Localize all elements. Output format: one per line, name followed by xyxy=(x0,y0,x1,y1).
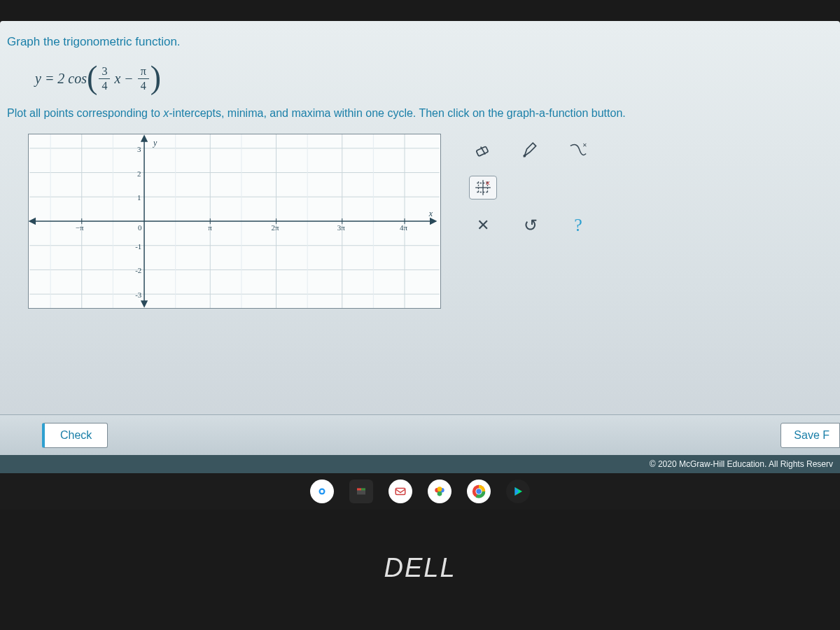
svg-point-60 xyxy=(438,486,442,491)
svg-text:2π: 2π xyxy=(272,223,279,232)
fraction-1: 3 4 xyxy=(99,66,110,92)
work-area: y x 3 2 1 -1 -2 -3 −π 0 π 2π 3π 4π xyxy=(0,134,840,309)
x-axis-label: x xyxy=(428,209,433,218)
copyright-text: © 2020 McGraw-Hill Education. All Rights… xyxy=(650,459,833,469)
equation-display: y = 2 cos ( 3 4 x − π 4 ) xyxy=(0,56,840,104)
svg-rect-55 xyxy=(361,489,365,491)
tool-palette: ✕ ✕ ✕ xyxy=(469,134,592,309)
files-app-icon[interactable] xyxy=(349,479,373,503)
open-paren: ( xyxy=(87,68,97,88)
svg-text:3π: 3π xyxy=(337,223,345,232)
svg-point-42 xyxy=(524,155,525,157)
os-taskbar xyxy=(0,473,840,510)
tool-row-3: ✕ ↺ ? xyxy=(469,214,592,237)
equation-mid: x − xyxy=(114,71,133,87)
laptop-brand-label: DELL xyxy=(0,553,840,583)
svg-text:−π: −π xyxy=(76,223,84,232)
y-axis-label: y xyxy=(153,138,158,148)
camera-app-icon[interactable] xyxy=(310,479,334,503)
svg-text:✕: ✕ xyxy=(485,180,491,187)
svg-point-59 xyxy=(438,491,442,496)
eraser-tool-icon[interactable] xyxy=(469,138,497,162)
copyright-bar: © 2020 McGraw-Hill Education. All Rights… xyxy=(0,455,840,473)
graph-svg: y x 3 2 1 -1 -2 -3 −π 0 π 2π 3π 4π xyxy=(29,134,440,308)
chrome-app-icon[interactable] xyxy=(467,479,491,503)
svg-rect-56 xyxy=(396,489,405,495)
svg-text:1: 1 xyxy=(137,193,141,202)
svg-text:3: 3 xyxy=(137,145,141,153)
svg-text:-3: -3 xyxy=(135,290,142,299)
equation-lhs: y = 2 cos xyxy=(35,71,87,87)
svg-point-63 xyxy=(476,489,481,493)
save-button[interactable]: Save F xyxy=(780,423,840,448)
fraction-2: π 4 xyxy=(138,66,149,92)
graph-function-button[interactable]: ✕ xyxy=(469,176,497,200)
close-paren: ) xyxy=(150,68,161,88)
graph-canvas[interactable]: y x 3 2 1 -1 -2 -3 −π 0 π 2π 3π 4π xyxy=(28,134,441,309)
svg-text:✕: ✕ xyxy=(582,141,587,148)
svg-marker-19 xyxy=(430,218,436,224)
svg-point-52 xyxy=(321,490,324,493)
svg-text:-1: -1 xyxy=(135,242,141,251)
problem-prompt: Graph the trigonometric function. xyxy=(0,35,840,56)
svg-text:0: 0 xyxy=(138,223,142,232)
check-button[interactable]: Check xyxy=(42,423,108,448)
svg-marker-22 xyxy=(141,301,147,307)
svg-text:2: 2 xyxy=(137,169,141,178)
svg-marker-21 xyxy=(141,136,147,141)
mail-app-icon[interactable] xyxy=(388,479,412,503)
tool-row-2: ✕ xyxy=(469,176,592,200)
clear-button[interactable]: ✕ xyxy=(469,214,497,237)
svg-text:4π: 4π xyxy=(400,223,407,232)
svg-rect-40 xyxy=(476,146,488,156)
curve-tool-icon[interactable]: ✕ xyxy=(564,138,592,162)
undo-button[interactable]: ↺ xyxy=(517,214,545,237)
help-button[interactable]: ? xyxy=(564,214,592,237)
tool-row-1: ✕ xyxy=(469,138,592,162)
play-app-icon[interactable] xyxy=(506,479,530,503)
photos-app-icon[interactable] xyxy=(428,479,451,503)
instructions: Plot all points corresponding to x-inter… xyxy=(0,104,840,134)
svg-marker-20 xyxy=(29,218,35,224)
pen-tool-icon[interactable] xyxy=(517,138,545,162)
bottom-bar: Check Save F xyxy=(0,414,840,455)
svg-text:-2: -2 xyxy=(135,266,141,274)
svg-rect-54 xyxy=(357,489,361,491)
app-screen: Graph the trigonometric function. y = 2 … xyxy=(0,21,840,455)
svg-text:π: π xyxy=(208,223,212,232)
